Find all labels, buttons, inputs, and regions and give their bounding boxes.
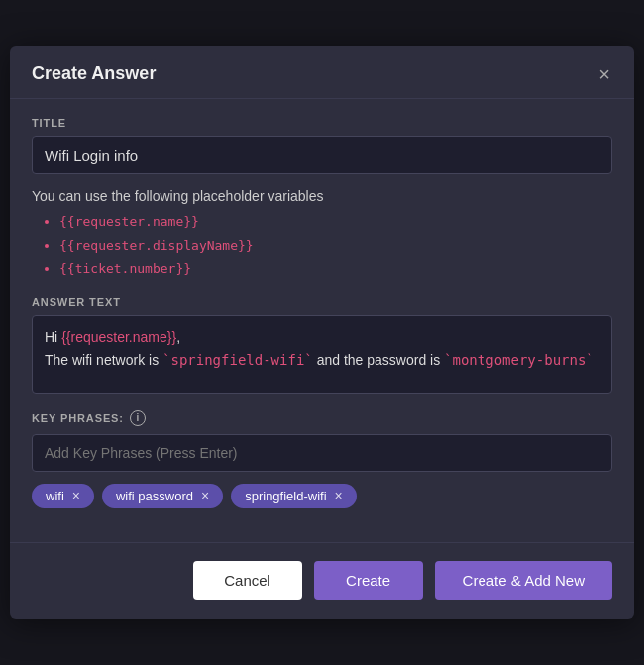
tag-wifi-label: wifi <box>46 489 64 503</box>
placeholder-var-1: {{requester.name}} <box>59 210 612 233</box>
tag-wifi-password-remove[interactable]: × <box>201 489 209 502</box>
placeholder-var-list: {{requester.name}} {{requester.displayNa… <box>32 210 612 279</box>
title-label: TITLE <box>32 117 612 129</box>
tag-springfield-wifi-label: springfield-wifi <box>245 489 326 503</box>
keyphrases-info-icon[interactable]: i <box>130 410 146 426</box>
tag-springfield-wifi-remove[interactable]: × <box>335 489 343 502</box>
tag-springfield-wifi: springfield-wifi × <box>231 484 357 508</box>
answer-text-field[interactable]: Hi {{requester.name}}, The wifi network … <box>32 315 612 394</box>
placeholder-info-text: You can use the following placeholder va… <box>32 188 612 204</box>
create-button[interactable]: Create <box>314 561 423 600</box>
placeholder-var-3: {{ticket.number}} <box>59 257 612 279</box>
keyphrases-label: KEY PHRASES: <box>32 412 124 424</box>
keyphrases-row: KEY PHRASES: i <box>32 410 612 426</box>
modal-overlay: Create Answer × TITLE You can use the fo… <box>0 0 644 665</box>
tag-wifi: wifi × <box>32 484 94 508</box>
placeholder-var-2: {{requester.displayName}} <box>59 234 612 257</box>
tag-wifi-remove[interactable]: × <box>72 489 80 502</box>
modal-body: TITLE You can use the following placehol… <box>10 99 634 525</box>
modal-footer: Cancel Create Create & Add New <box>10 542 634 619</box>
keyphrases-input[interactable] <box>32 434 612 472</box>
tags-container: wifi × wifi password × springfield-wifi … <box>32 484 612 508</box>
modal-header: Create Answer × <box>10 46 634 99</box>
create-answer-modal: Create Answer × TITLE You can use the fo… <box>10 46 634 618</box>
title-input[interactable] <box>32 136 612 174</box>
cancel-button[interactable]: Cancel <box>193 561 302 600</box>
tag-wifi-password-label: wifi password <box>116 489 193 503</box>
answer-text-label: ANSWER TEXT <box>32 296 612 308</box>
tag-wifi-password: wifi password × <box>102 484 223 508</box>
close-button[interactable]: × <box>596 64 612 84</box>
modal-title: Create Answer <box>32 63 156 84</box>
create-add-new-button[interactable]: Create & Add New <box>435 561 612 600</box>
